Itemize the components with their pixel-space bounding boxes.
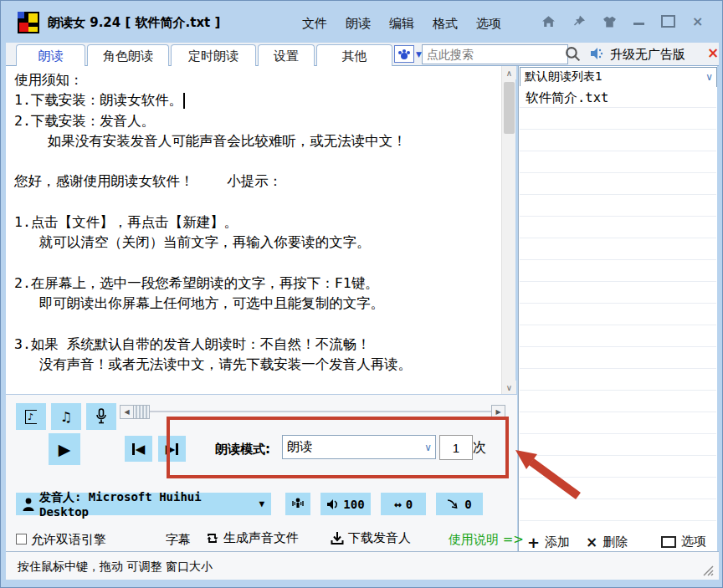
image-search-button[interactable]: ▼ (394, 45, 422, 63)
home-icon[interactable] (541, 14, 556, 28)
close-icon[interactable]: × (692, 15, 703, 28)
play-button[interactable]: ▶ (49, 433, 80, 465)
voice-label: 发音人: Microsoft Huihui Desktop (39, 490, 254, 519)
bar-icon (132, 443, 135, 455)
slider-left-icon[interactable]: ◀ (120, 405, 134, 419)
add-label: 添加 (545, 534, 570, 550)
download-voice-button[interactable]: 下载发音人 (331, 530, 411, 546)
generate-label: 生成声音文件 (223, 530, 299, 546)
previous-button[interactable]: ◀ (125, 436, 152, 462)
pitch-value: 0 (464, 498, 471, 511)
titlebar-icon-group: × (541, 14, 703, 28)
speaker-icon (589, 46, 605, 64)
pitch-icon (447, 499, 460, 509)
volume-icon (326, 499, 339, 510)
plus-icon: + (527, 534, 540, 551)
tab-read[interactable]: 朗读 (16, 44, 85, 67)
scrollbar-thumb[interactable] (504, 82, 515, 134)
voice-select-button[interactable]: 发音人: Microsoft Huihui Desktop ▼ (16, 493, 271, 515)
annotation-rectangle (167, 417, 509, 478)
pin-icon[interactable] (572, 14, 586, 28)
record-button[interactable] (86, 403, 116, 430)
delete-button[interactable]: × 删除 (586, 534, 628, 550)
tab-bar: 朗读 角色朗读 定时朗读 设置 其他 ▼ 升级无广告版 × (6, 43, 719, 66)
slider-thumb[interactable] (133, 405, 150, 419)
bilingual-label: 允许双语引擎 (31, 532, 106, 548)
window-title: 朗读女 9.24 [ 软件简介.txt ] (48, 15, 220, 31)
add-button[interactable]: + 添加 (527, 534, 570, 551)
paw-icon (394, 45, 414, 63)
download-icon (331, 531, 344, 545)
close-ad-icon[interactable]: × (707, 44, 719, 61)
person-icon (23, 498, 34, 511)
search-icon (564, 45, 582, 63)
text-editor[interactable]: 使用须知： 1.下载安装：朗读女软件。 2.下载安装：发音人。 如果没有安装发音… (6, 66, 501, 394)
volume-button[interactable]: 100 (320, 493, 371, 515)
chevron-down-icon: ∨ (705, 71, 716, 83)
search-input[interactable] (422, 44, 568, 64)
subtitle-button[interactable]: 字幕 (166, 532, 191, 548)
rate-icon: ↔ (394, 497, 402, 512)
tab-settings[interactable]: 设置 (258, 44, 315, 67)
microphone-icon (95, 408, 107, 425)
playlist-select[interactable]: 默认朗读列表1 ∨ (520, 67, 717, 87)
prev-icon: ◀ (136, 442, 146, 457)
chevron-down-icon: ▼ (259, 499, 264, 509)
x-icon: × (586, 534, 597, 550)
editor-scrollbar[interactable]: ∧ ∨ (501, 66, 515, 394)
tab-timed-read[interactable]: 定时朗读 (171, 44, 256, 67)
menu-read[interactable]: 朗读 (346, 16, 371, 32)
scroll-down-icon[interactable]: ∨ (502, 381, 516, 394)
bilingual-checkbox[interactable] (16, 534, 27, 545)
skin-icon[interactable] (602, 15, 617, 28)
pitch-button[interactable]: 0 (436, 493, 483, 515)
options-button[interactable]: 选项 (661, 534, 706, 550)
options-label: 选项 (681, 534, 706, 550)
menu-file[interactable]: 文件 (302, 16, 327, 32)
text-caret (183, 93, 185, 109)
status-text: 按住鼠标中键，拖动 可调整 窗口大小 (18, 560, 213, 575)
chevron-down-icon: ▼ (416, 50, 422, 59)
tab-role-read[interactable]: 角色朗读 (87, 44, 169, 67)
music-note-icon: ♫ (60, 409, 72, 425)
rate-value: 0 (406, 498, 413, 511)
play-icon: ▶ (59, 440, 71, 458)
generate-audio-button[interactable]: 生成声音文件 (205, 530, 299, 546)
upgrade-link[interactable]: 升级无广告版 (610, 47, 685, 63)
background-music-button[interactable]: ♪ (16, 403, 46, 430)
help-label: 使用说明 => (449, 532, 524, 548)
music-button[interactable]: ♫ (51, 403, 81, 430)
scroll-up-icon[interactable]: ∧ (502, 66, 516, 79)
playlist-item[interactable]: 软件简介.txt (526, 89, 608, 107)
rect-icon (661, 536, 676, 548)
tab-other[interactable]: 其他 (316, 44, 392, 67)
playlist-select-value: 默认朗读列表1 (520, 69, 705, 84)
menu-edit[interactable]: 编辑 (389, 16, 414, 32)
subtitle-label: 字幕 (166, 532, 191, 548)
minimize-icon[interactable] (633, 23, 644, 25)
boxed-note-icon: ♪ (25, 410, 37, 424)
progress-track[interactable] (120, 411, 503, 412)
menu-bar: 文件 朗读 编辑 格式 选项 (302, 16, 501, 32)
help-link[interactable]: 使用说明 => (449, 532, 524, 548)
voice-test-button[interactable] (285, 493, 310, 515)
voice-test-icon (291, 497, 305, 511)
generate-loop-icon (205, 531, 219, 545)
rate-button[interactable]: ↔ 0 (381, 493, 426, 515)
maximize-icon[interactable] (661, 15, 675, 28)
delete-label: 删除 (602, 534, 628, 550)
app-logo-icon (18, 12, 39, 33)
download-label: 下载发音人 (348, 530, 411, 546)
app-window: 朗读女 9.24 [ 软件简介.txt ] 文件 朗读 编辑 格式 选项 × 朗… (0, 0, 723, 588)
volume-value: 100 (343, 498, 364, 511)
resize-grip[interactable] (700, 563, 714, 576)
search-button[interactable] (564, 45, 582, 66)
menu-options[interactable]: 选项 (476, 16, 501, 32)
status-bar: 按住鼠标中键，拖动 可调整 窗口大小 (6, 551, 719, 580)
menu-format[interactable]: 格式 (433, 16, 458, 32)
annotation-arrow (499, 436, 595, 507)
